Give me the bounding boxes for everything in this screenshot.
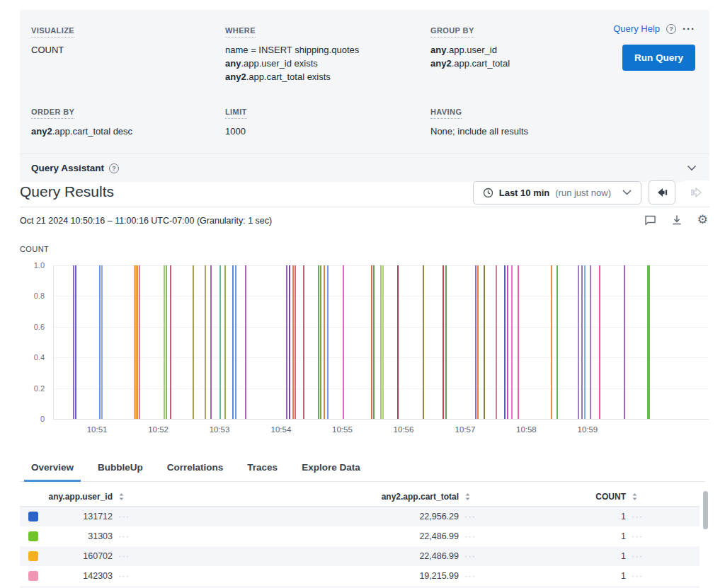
query-clause[interactable]: COUNT [31, 43, 225, 57]
table-scrollbar[interactable] [703, 491, 708, 529]
query-clause[interactable]: any.app.user_id [430, 43, 609, 57]
query-section-visualize[interactable]: VISUALIZECOUNT [31, 23, 225, 83]
query-section-limit[interactable]: LIMIT1000 [225, 105, 430, 138]
cell-actions-icon[interactable]: ··· [113, 551, 137, 561]
cell-actions-icon[interactable]: ··· [626, 531, 657, 541]
series-spike [324, 265, 325, 419]
cell-actions-icon[interactable]: ··· [626, 551, 657, 561]
section-label: VISUALIZE [31, 26, 74, 38]
series-spike [101, 265, 103, 419]
series-spike [235, 265, 236, 419]
query-clause[interactable]: name = INSERT shipping.quotes [225, 43, 430, 57]
sort-icon[interactable] [118, 492, 125, 501]
table-row[interactable]: 131712 ··· 22,956.29 ··· 1 ··· [20, 507, 700, 526]
series-spike [599, 265, 600, 419]
section-label: ORDER BY [31, 108, 74, 119]
table-row[interactable]: 31303 ··· 22,486.99 ··· 1 ··· [20, 526, 700, 546]
y-tick-label: 0.8 [34, 292, 45, 300]
cell-actions-icon[interactable]: ··· [626, 512, 657, 521]
cell-actions-icon[interactable]: ··· [113, 531, 137, 541]
series-spike [295, 265, 296, 419]
tab-traces[interactable]: Traces [240, 457, 285, 482]
series-spike [166, 265, 167, 419]
next-query-button [683, 180, 709, 204]
series-spike [99, 265, 101, 419]
chevron-down-icon [622, 190, 632, 195]
column-header-cart-total[interactable]: any2.app.cart_total [137, 492, 459, 502]
x-tick-label: 10:51 [87, 425, 108, 434]
query-clause[interactable]: any.app.user_id exists [225, 57, 430, 70]
cell-cart-total: 22,486.99 [360, 551, 459, 561]
previous-query-button[interactable] [649, 180, 675, 204]
time-range-value: Last 10 min [499, 188, 550, 198]
x-tick-label: 10:58 [516, 425, 537, 434]
chevron-down-icon[interactable] [687, 165, 697, 171]
column-header-count[interactable]: COUNT [483, 492, 626, 502]
series-spike [382, 265, 384, 419]
results-tabs: OverviewBubbleUpCorrelationsTracesExplor… [20, 457, 705, 482]
assistant-help-icon[interactable]: ? [109, 163, 119, 173]
series-spike [164, 265, 165, 419]
tab-bubbleup[interactable]: BubbleUp [91, 457, 150, 482]
query-clause[interactable]: any2.app.cart_total desc [31, 125, 225, 138]
table-row[interactable]: 142303 ··· 19,215.99 ··· 1 ··· [20, 566, 700, 586]
series-spike [73, 265, 74, 419]
x-tick-label: 10:54 [271, 425, 292, 434]
query-clause[interactable]: None; include all results [430, 125, 609, 138]
download-icon[interactable] [671, 214, 683, 226]
run-query-button[interactable]: Run Query [622, 45, 695, 71]
series-spike [137, 265, 138, 419]
section-label: GROUP BY [430, 26, 474, 38]
cell-user-id: 160702 [45, 551, 113, 561]
query-section-group-by[interactable]: GROUP BYany.app.user_idany2.app.cart_tot… [430, 23, 609, 83]
y-tick-label: 0.4 [34, 353, 45, 362]
series-spike [289, 265, 290, 419]
series-spike [518, 265, 519, 419]
tab-overview[interactable]: Overview [24, 457, 81, 482]
series-color-swatch [28, 512, 38, 521]
cell-actions-icon[interactable]: ··· [626, 571, 657, 581]
comment-icon[interactable] [644, 214, 656, 226]
cell-user-id: 31303 [45, 531, 113, 541]
series-spike [380, 265, 382, 419]
series-spike [245, 265, 246, 419]
cell-actions-icon[interactable]: ··· [113, 571, 137, 581]
time-range-select[interactable]: Last 10 min (run just now) [473, 181, 641, 204]
query-section-where[interactable]: WHEREname = INSERT shipping.quotesany.ap… [225, 23, 430, 83]
column-header-user-id[interactable]: any.app.user_id [20, 492, 113, 502]
series-spike [507, 265, 508, 419]
section-label: LIMIT [225, 108, 247, 119]
query-section-order-by[interactable]: ORDER BYany2.app.cart_total desc [31, 105, 225, 138]
series-spike [556, 265, 558, 419]
cell-actions-icon[interactable]: ··· [459, 531, 483, 541]
cell-count: 1 [583, 551, 626, 561]
cell-actions-icon[interactable]: ··· [459, 551, 483, 561]
query-clause[interactable]: any2.app.cart_total [430, 57, 609, 70]
tab-correlations[interactable]: Correlations [160, 457, 231, 482]
query-assistant-row[interactable]: Query Assistant ? [20, 154, 709, 182]
sort-icon[interactable] [464, 492, 472, 501]
gear-icon[interactable]: ⚙ [697, 214, 708, 226]
query-clause[interactable]: any2.app.cart_total exists [225, 70, 430, 83]
section-label: HAVING [430, 108, 462, 119]
series-spike [371, 265, 372, 419]
series-spike [232, 265, 234, 419]
section-label: WHERE [225, 26, 256, 38]
cell-actions-icon[interactable]: ··· [459, 512, 483, 521]
result-action-icons: ⚙ [644, 214, 708, 226]
series-spike [210, 265, 212, 419]
series-color-swatch [28, 571, 38, 581]
cell-actions-icon[interactable]: ··· [459, 571, 483, 581]
query-help-link[interactable]: Query Help [613, 23, 660, 34]
cell-actions-icon[interactable]: ··· [113, 512, 137, 521]
query-clause[interactable]: 1000 [225, 125, 430, 138]
overflow-menu-icon[interactable]: ··· [683, 25, 695, 33]
sort-icon[interactable] [631, 492, 639, 501]
table-row[interactable]: 160702 ··· 22,486.99 ··· 1 ··· [20, 546, 700, 566]
query-section-having[interactable]: HAVINGNone; include all results [430, 105, 609, 138]
tab-explore-data[interactable]: Explore Data [295, 457, 367, 482]
y-tick-label: 1.0 [34, 261, 45, 270]
count-timeseries-chart[interactable]: 1.00.80.60.40.20 10:5110:5210:5310:5410:… [53, 265, 709, 420]
y-tick-label: 0.6 [34, 323, 45, 331]
help-circle-icon[interactable]: ? [666, 24, 676, 34]
